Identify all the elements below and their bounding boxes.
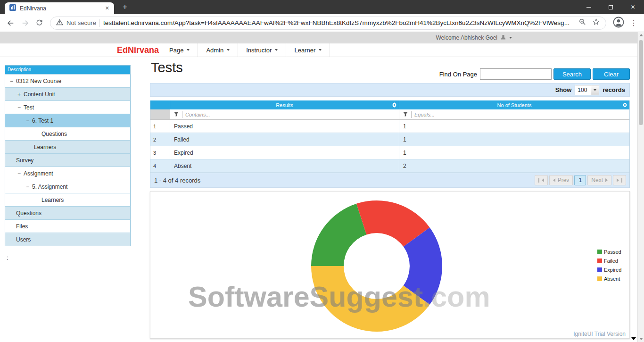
result-cell: Passed bbox=[170, 120, 399, 133]
find-on-page-input[interactable] bbox=[480, 68, 552, 80]
reload-button[interactable] bbox=[32, 16, 46, 30]
filter-divider bbox=[182, 111, 182, 118]
students-cell: 2 bbox=[399, 159, 629, 172]
tree-item-6-test-1[interactable]: −6. Test 1 bbox=[5, 114, 130, 127]
tree-item-assignment[interactable]: −Assignment bbox=[5, 167, 130, 180]
menu-label: Instructor bbox=[246, 47, 272, 54]
result-cell: Absent bbox=[170, 159, 399, 172]
chart-legend: PassedFailedExpiredAbsent bbox=[597, 249, 621, 282]
legend-label: Failed bbox=[604, 258, 618, 264]
page-size-dropdown-button[interactable] bbox=[591, 85, 599, 95]
collapse-icon[interactable]: − bbox=[17, 104, 24, 111]
window-minimize-button[interactable] bbox=[578, 0, 600, 14]
pager-next-button[interactable]: Next bbox=[587, 175, 611, 185]
ednirvana-logo[interactable]: EdNirvana bbox=[117, 45, 159, 55]
pager-page-1-button[interactable]: 1 bbox=[574, 175, 586, 185]
tree-item-learners[interactable]: Learners bbox=[5, 140, 130, 153]
page-scrollbar[interactable] bbox=[637, 32, 644, 342]
records-summary: 1 - 4 of 4 records bbox=[150, 177, 200, 184]
menu-caret-icon bbox=[319, 49, 322, 51]
menu-caret-icon bbox=[187, 49, 190, 51]
results-column-header[interactable]: Results bbox=[170, 100, 399, 109]
legend-item-passed: Passed bbox=[597, 249, 621, 255]
back-icon bbox=[7, 19, 15, 27]
table-row[interactable]: 3Expired1 bbox=[150, 146, 629, 159]
not-secure-warning-icon[interactable] bbox=[56, 19, 63, 27]
trial-version-label: IgniteUI Trial Version bbox=[573, 331, 626, 337]
filter-funnel-icon[interactable] bbox=[403, 110, 408, 119]
collapse-icon[interactable]: − bbox=[26, 184, 32, 190]
grid-header-row: Results No of Students bbox=[150, 100, 629, 109]
window-close-button[interactable]: ✕ bbox=[622, 0, 644, 14]
row-number-cell: 2 bbox=[150, 133, 170, 146]
result-cell: Expired bbox=[170, 146, 399, 159]
last-page-icon bbox=[617, 178, 619, 182]
app-header: EdNirvana PageAdminInstructorLearner bbox=[0, 43, 644, 57]
forward-button[interactable] bbox=[18, 16, 32, 30]
legend-item-expired: Expired bbox=[597, 267, 621, 273]
legend-item-failed: Failed bbox=[597, 258, 621, 264]
not-secure-label[interactable]: Not secure bbox=[66, 19, 96, 26]
tree-item-survey[interactable]: Survey bbox=[5, 153, 130, 167]
page-size-select[interactable]: 100 bbox=[575, 85, 599, 95]
menu-page[interactable]: Page bbox=[161, 43, 198, 57]
back-button[interactable] bbox=[4, 16, 18, 30]
pager-last-button[interactable] bbox=[613, 175, 626, 185]
menu-learner[interactable]: Learner bbox=[286, 43, 330, 57]
tree-item-questions[interactable]: Questions bbox=[5, 127, 130, 140]
collapse-icon[interactable]: − bbox=[26, 117, 32, 124]
profile-avatar-icon[interactable] bbox=[613, 17, 624, 30]
search-button[interactable]: Search bbox=[553, 68, 591, 80]
address-bar[interactable]: Not secure testtalent.ednirvana.com/App?… bbox=[50, 17, 606, 30]
table-row[interactable]: 4Absent2 bbox=[150, 159, 629, 173]
bookmark-star-icon[interactable] bbox=[592, 18, 600, 28]
expand-icon[interactable]: + bbox=[17, 91, 24, 98]
students-filter-placeholder: Equals... bbox=[414, 112, 435, 117]
menu-admin[interactable]: Admin bbox=[198, 43, 238, 57]
browser-menu-icon[interactable]: ⋮ bbox=[630, 18, 637, 27]
table-row[interactable]: 1Passed1 bbox=[150, 120, 629, 133]
tree-item-content-unit[interactable]: +Content Unit bbox=[5, 87, 130, 100]
results-filter-input[interactable]: Contains... bbox=[170, 109, 399, 119]
donut-slice-passed[interactable] bbox=[311, 204, 366, 266]
legend-label: Passed bbox=[604, 249, 621, 255]
tree-item-test[interactable]: −Test bbox=[5, 100, 130, 114]
scroll-down-icon[interactable] bbox=[639, 338, 643, 340]
tree-item-5-assignment[interactable]: −5. Assignment bbox=[5, 180, 130, 193]
menu-instructor[interactable]: Instructor bbox=[238, 43, 286, 57]
scrollbar-thumb[interactable] bbox=[639, 40, 643, 125]
pager-first-button[interactable] bbox=[535, 175, 548, 185]
column-settings-icon[interactable] bbox=[622, 102, 627, 108]
collapse-icon[interactable]: − bbox=[10, 78, 16, 84]
zoom-icon[interactable] bbox=[578, 18, 586, 28]
column-settings-icon[interactable] bbox=[392, 102, 397, 108]
tree-item-users[interactable]: Users bbox=[5, 233, 130, 246]
window-maximize-button[interactable] bbox=[600, 0, 622, 14]
pager: Prev 1 Next bbox=[535, 175, 629, 185]
students-filter-input[interactable]: Equals... bbox=[399, 109, 629, 119]
tree-item-0312-new-course[interactable]: −0312 New Course bbox=[5, 74, 130, 87]
students-column-header[interactable]: No of Students bbox=[399, 100, 629, 109]
address-divider bbox=[99, 19, 100, 27]
show-label: Show bbox=[555, 86, 572, 93]
browser-navbar: Not secure testtalent.ednirvana.com/App?… bbox=[0, 14, 644, 32]
table-row[interactable]: 2Failed1 bbox=[150, 133, 629, 146]
url-text[interactable]: testtalent.ednirvana.com/App?task=H4sIAA… bbox=[103, 19, 575, 26]
corner-caret-icon[interactable] bbox=[631, 337, 636, 340]
grid-filter-row: Contains... Equals... bbox=[150, 109, 629, 120]
collapse-icon[interactable]: − bbox=[17, 170, 24, 177]
new-tab-button[interactable]: + bbox=[120, 2, 130, 12]
first-page-icon bbox=[542, 178, 544, 182]
user-menu[interactable]: Welcome Abhishek Goel bbox=[436, 32, 512, 43]
scroll-up-icon[interactable] bbox=[639, 34, 643, 36]
tree-item-label: Learners bbox=[41, 197, 64, 203]
browser-tab[interactable]: EdNirvana ✕ bbox=[5, 2, 114, 14]
tree-item-questions[interactable]: Questions bbox=[5, 206, 130, 219]
tree-item-files[interactable]: Files bbox=[5, 219, 130, 233]
clear-button[interactable]: Clear bbox=[593, 68, 630, 80]
results-table-body: 1Passed12Failed13Expired14Absent2 bbox=[150, 120, 629, 173]
tree-item-learners[interactable]: Learners bbox=[5, 193, 130, 206]
pager-prev-button[interactable]: Prev bbox=[549, 175, 573, 185]
tab-close-icon[interactable]: ✕ bbox=[105, 5, 109, 11]
filter-funnel-icon[interactable] bbox=[173, 110, 179, 119]
